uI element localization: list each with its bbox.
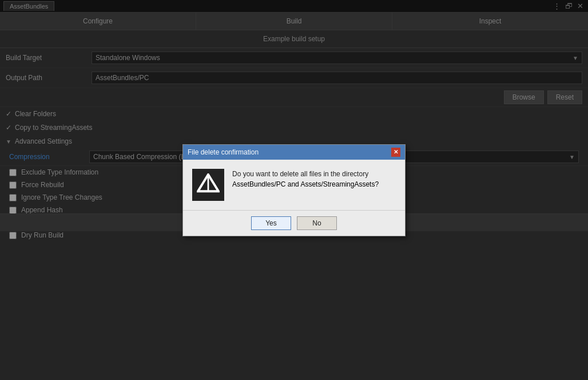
dialog-close-button[interactable]: ✕ (391, 148, 400, 157)
dialog-title: File delete confirmation (188, 148, 259, 156)
dialog-body: Do you want to delete all files in the d… (183, 160, 405, 210)
dialog-no-button[interactable]: No (297, 216, 337, 230)
dialog-overlay: File delete confirmation ✕ Do you want t… (0, 0, 588, 380)
file-delete-dialog: File delete confirmation ✕ Do you want t… (182, 144, 406, 236)
dialog-titlebar: File delete confirmation ✕ (183, 145, 405, 160)
unity-icon (192, 169, 224, 201)
dialog-message: Do you want to delete all files in the d… (232, 169, 396, 201)
dialog-footer: Yes No (183, 210, 405, 236)
dialog-message-part1: Do you want to delete all files in the d… (232, 170, 368, 178)
dialog-message-highlight: AssetBundles/PC and Assets/StreamingAsse… (232, 180, 379, 188)
dialog-yes-button[interactable]: Yes (251, 216, 291, 230)
